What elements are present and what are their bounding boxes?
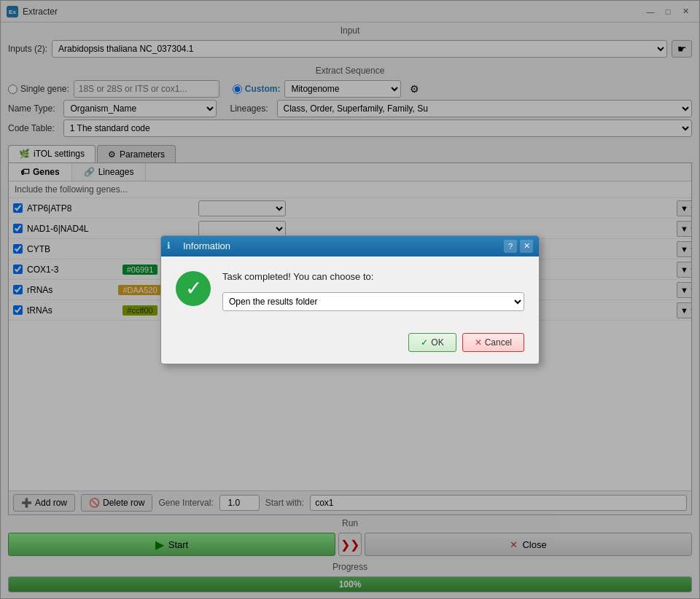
ok-icon: ✓	[421, 337, 428, 348]
dialog-ok-button[interactable]: ✓ OK	[408, 333, 456, 352]
dialog-footer: ✓ OK ✕ Cancel	[161, 326, 539, 364]
dialog-cancel-button[interactable]: ✕ Cancel	[462, 333, 524, 352]
dialog-success-icon: ✓	[176, 271, 211, 306]
cancel-label: Cancel	[485, 337, 512, 348]
modal-overlay: ℹ Information ? ✕ ✓ Task completed! You …	[0, 0, 700, 599]
dialog-close-button[interactable]: ✕	[520, 240, 533, 253]
dialog-action-select[interactable]: Open the results folder	[222, 292, 524, 311]
dialog-message: Task completed! You can choose to:	[222, 271, 524, 282]
cancel-icon: ✕	[475, 337, 482, 348]
dialog-title-controls: ? ✕	[504, 240, 533, 253]
dialog-title-icon: ℹ	[167, 240, 179, 252]
dialog-title-bar: ℹ Information ? ✕	[161, 236, 539, 257]
dialog-body: ✓ Task completed! You can choose to: Ope…	[161, 257, 539, 326]
information-dialog: ℹ Information ? ✕ ✓ Task completed! You …	[160, 235, 540, 364]
dialog-help-button[interactable]: ?	[504, 240, 517, 253]
dialog-title-text: Information	[183, 240, 504, 251]
dialog-content: Task completed! You can choose to: Open …	[222, 271, 524, 311]
ok-label: OK	[431, 337, 443, 348]
